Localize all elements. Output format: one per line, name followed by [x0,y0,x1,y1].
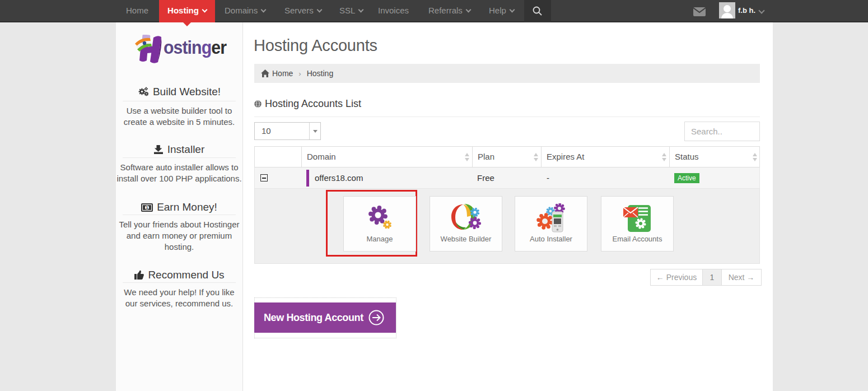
svg-text:ostinger: ostinger [164,37,227,58]
svg-text:1: 1 [146,205,148,210]
